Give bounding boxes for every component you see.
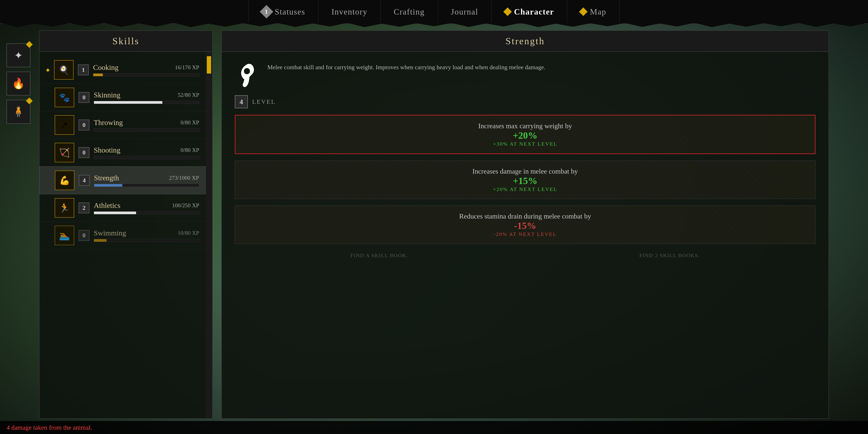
skinning-bar-fill (94, 101, 162, 104)
skinning-name-row: Skinning 52/80 XP (94, 91, 199, 99)
skill-row-throwing[interactable]: ↗ 0 Throwing 0/80 XP (39, 111, 206, 139)
cooking-level-badge: 1 (78, 64, 89, 75)
swimming-icon: 🏊 (59, 230, 70, 241)
cooking-xp: 16/170 XP (175, 64, 199, 71)
throwing-bar-bg (94, 128, 199, 131)
skinning-xp: 52/80 XP (178, 92, 199, 98)
cooking-arrow-icon: ◆ (46, 67, 50, 73)
throwing-icon: ↗ (61, 120, 68, 130)
cooking-name: Cooking (93, 63, 119, 72)
tab-journal[interactable]: Journal (438, 0, 492, 23)
bonus-melee-next: +20% AT NEXT LEVEL (244, 186, 807, 192)
character-diamond-icon (503, 7, 512, 16)
skinning-bar-bg (94, 101, 199, 104)
sidebar-icons: ✦ 🔥 🧍 (6, 43, 30, 124)
cooking-bar-fill (93, 73, 103, 76)
strength-bar-fill (94, 184, 122, 187)
athletics-name-row: Athletics 100/250 XP (94, 202, 199, 210)
athletics-icon: 🏃 (59, 203, 70, 213)
bonus-card-carrying: Increases max carrying weight by +20% +3… (235, 115, 815, 154)
throwing-info: Throwing 0/80 XP (94, 119, 199, 131)
strength-icon-box: 💪 (55, 170, 74, 190)
skill-row-cooking[interactable]: ◆ 🍳 1 Cooking 16/170 XP (39, 56, 206, 84)
tab-inventory[interactable]: Inventory (318, 0, 381, 23)
shooting-xp: 0/80 XP (181, 147, 199, 153)
skill-row-swimming[interactable]: 🏊 0 Swimming 10/80 XP (39, 222, 206, 249)
strength-xp: 273/1000 XP (169, 175, 199, 181)
bonus-card-melee: Increases damage in melee combat by +15%… (235, 161, 815, 199)
skinning-level-badge: 0 (79, 92, 89, 103)
athletics-name: Athletics (94, 202, 120, 210)
shooting-info: Shooting 0/80 XP (94, 146, 199, 159)
skills-list: ◆ 🍳 1 Cooking 16/170 XP (39, 52, 206, 418)
skill-desc-row: Melee combat skill and for carrying weig… (235, 61, 815, 89)
strength-name-row: Strength 273/1000 XP (94, 174, 199, 182)
tab-statuses[interactable]: 1 Statuses (248, 0, 318, 23)
tab-crafting[interactable]: Crafting (381, 0, 438, 23)
sidebar-icon-figure[interactable]: 🧍 (6, 100, 30, 124)
skill-book-1: FIND A SKILL BOOK. (350, 253, 408, 258)
tab-map[interactable]: Map (567, 0, 620, 23)
tab-character[interactable]: Character (492, 0, 567, 23)
bonus-carrying-next: +30% AT NEXT LEVEL (244, 141, 806, 147)
cooking-info: Cooking 16/170 XP (93, 63, 199, 76)
throwing-name: Throwing (94, 119, 123, 127)
sidebar-icon-compass[interactable]: ✦ (6, 43, 30, 67)
throwing-xp: 0/80 XP (181, 119, 199, 126)
throwing-name-row: Throwing 0/80 XP (94, 119, 199, 127)
level-row: 4 LEVEL (235, 95, 815, 108)
detail-body: Melee combat skill and for carrying weig… (222, 52, 829, 418)
shooting-icon-box: 🏹 (55, 143, 74, 162)
damage-text: 4 damage taken from the animal. (6, 424, 92, 431)
skills-scrollbar[interactable] (206, 52, 212, 418)
tab-inventory-label: Inventory (331, 7, 367, 17)
skinning-icon-box: 🐾 (55, 88, 74, 107)
bonus-card-stamina: Reduces stamina drain during melee comba… (235, 206, 815, 244)
tab-crafting-label: Crafting (394, 7, 425, 17)
cooking-icon: 🍳 (58, 65, 69, 75)
shooting-bar-bg (94, 156, 199, 159)
skills-list-container: ◆ 🍳 1 Cooking 16/170 XP (39, 52, 212, 418)
strength-bar-bg (94, 184, 199, 187)
status-bar: 4 damage taken from the animal. (0, 421, 868, 434)
strength-level-badge: 4 (79, 175, 90, 186)
bonus-stamina-next: -20% AT NEXT LEVEL (244, 231, 807, 237)
athletics-bar-bg (94, 211, 199, 214)
shooting-name-row: Shooting 0/80 XP (94, 146, 199, 154)
skills-panel-header: Skills (39, 31, 212, 52)
skill-row-shooting[interactable]: 🏹 0 Shooting 0/80 XP (39, 139, 206, 166)
throwing-level-badge: 0 (79, 120, 89, 130)
cooking-name-row: Cooking 16/170 XP (93, 63, 199, 72)
strength-arm-icon (237, 62, 256, 88)
strength-info: Strength 273/1000 XP (94, 174, 199, 187)
bonus-stamina-title: Reduces stamina drain during melee comba… (244, 212, 807, 220)
detail-panel: Strength Melee combat skill and for carr… (221, 30, 829, 419)
sidebar-icon-flame[interactable]: 🔥 (6, 72, 30, 95)
skill-books-row: FIND A SKILL BOOK. FIND 2 SKILL BOOKS. (235, 250, 815, 258)
skinning-name: Skinning (94, 91, 120, 99)
skill-row-skinning[interactable]: 🐾 0 Skinning 52/80 XP (39, 84, 206, 111)
skill-row-athletics[interactable]: 🏃 2 Athletics 100/250 XP (39, 194, 206, 222)
figure-icon: 🧍 (12, 106, 25, 118)
bonus-melee-value: +15% (244, 175, 807, 186)
athletics-bar-fill (94, 212, 136, 214)
swimming-bar-fill (94, 239, 106, 242)
swimming-xp: 10/80 XP (178, 230, 199, 236)
athletics-level-badge: 2 (79, 203, 89, 213)
swimming-name-row: Swimming 10/80 XP (94, 229, 199, 237)
swimming-icon-box: 🏊 (55, 226, 74, 245)
compass-icon: ✦ (14, 49, 23, 61)
swimming-name: Swimming (94, 229, 126, 237)
bonus-carrying-title: Increases max carrying weight by (244, 122, 806, 130)
bonus-stamina-value: -15% (244, 220, 807, 231)
detail-title: Strength (505, 36, 545, 46)
throwing-icon-box: ↗ (55, 115, 74, 135)
skills-panel: Skills ◆ 🍳 1 Cooking 16/170 XP (39, 30, 213, 419)
bonus-carrying-value: +20% (244, 130, 806, 141)
scrollbar-thumb[interactable] (207, 56, 211, 73)
skill-row-strength[interactable]: 💪 4 Strength 273/1000 XP (39, 166, 206, 194)
flame-icon: 🔥 (12, 78, 25, 90)
cooking-icon-box: 🍳 (54, 60, 73, 80)
strength-name: Strength (94, 174, 119, 182)
level-label: LEVEL (252, 98, 276, 105)
